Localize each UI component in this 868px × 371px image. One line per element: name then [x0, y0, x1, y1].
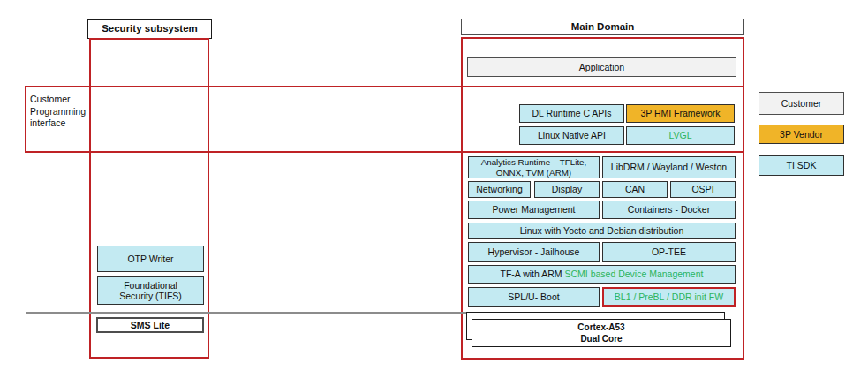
- architecture-diagram: Security subsystem Main Domain Customer …: [0, 0, 868, 371]
- foundational-security-tifs-box: Foundational Security (TIFS): [97, 276, 204, 305]
- cortex-a53-line1: Cortex-A53: [577, 322, 624, 333]
- can-box: CAN: [602, 181, 668, 198]
- tfa-prefix-text: TF-A with ARM: [501, 269, 565, 279]
- power-management-box: Power Management: [468, 201, 600, 219]
- otp-writer-box: OTP Writer: [97, 246, 204, 272]
- spl-uboot-box: SPL/U- Boot: [468, 287, 600, 307]
- sms-lite-box: SMS Lite: [96, 317, 204, 333]
- legend-ti-sdk: TI SDK: [759, 155, 844, 176]
- cortex-a53-box: Cortex-A53 Dual Core: [472, 319, 731, 347]
- linux-native-api-box: Linux Native API: [519, 126, 624, 145]
- bl1-prebl-ddr-box: BL1 / PreBL / DDR init FW: [602, 287, 736, 307]
- legend-3p-vendor: 3P Vendor: [759, 125, 844, 144]
- networking-box: Networking: [468, 181, 531, 198]
- tfa-scmi-box: TF-A with ARM SCMI based Device Manageme…: [468, 265, 736, 284]
- application-box: Application: [467, 57, 736, 77]
- libdrm-wayland-weston-box: LibDRM / Wayland / Weston: [602, 156, 736, 178]
- 3p-hmi-framework-box: 3P HMI Framework: [626, 104, 735, 123]
- customer-programming-interface-label: Customer Programming interface: [30, 94, 101, 130]
- hypervisor-jailhouse-box: Hypervisor - Jailhouse: [468, 242, 600, 262]
- tfa-scmi-text: SCMI based Device Management: [564, 269, 703, 279]
- dl-runtime-c-apis-box: DL Runtime C APIs: [519, 104, 624, 123]
- main-domain-header: Main Domain: [461, 19, 744, 35]
- tifs-label: Foundational Security (TIFS): [111, 280, 191, 301]
- ospi-box: OSPI: [670, 181, 736, 198]
- op-tee-box: OP-TEE: [602, 242, 736, 262]
- lvgl-box: LVGL: [626, 126, 735, 145]
- display-box: Display: [534, 181, 600, 198]
- linux-yocto-debian-box: Linux with Yocto and Debian distribution: [468, 223, 736, 238]
- containers-docker-box: Containers - Docker: [602, 201, 736, 219]
- cortex-a53-line2: Dual Core: [580, 333, 622, 344]
- analytics-runtime-box: Analytics Runtime – TFLite, ONNX, TVM (A…: [468, 156, 600, 178]
- legend-customer: Customer: [759, 92, 844, 115]
- security-subsystem-header: Security subsystem: [87, 19, 212, 39]
